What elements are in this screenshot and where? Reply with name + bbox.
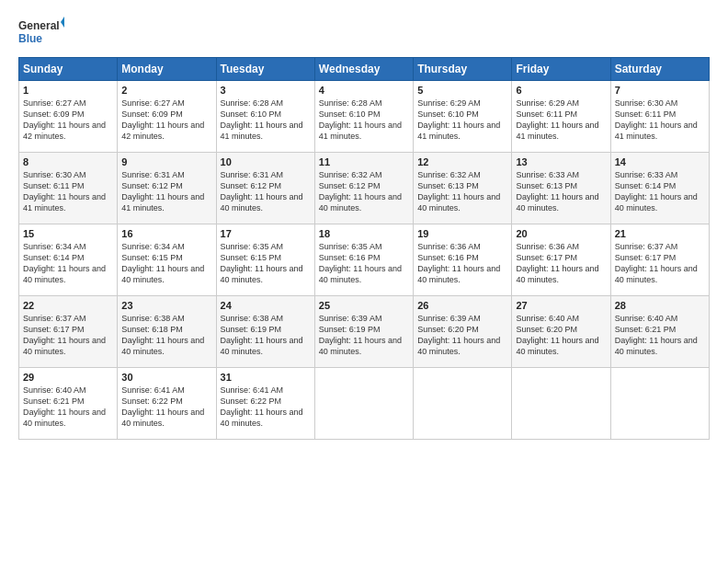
header-row: SundayMondayTuesdayWednesdayThursdayFrid… bbox=[19, 58, 710, 81]
header: General Blue bbox=[18, 15, 710, 48]
day-info: Sunrise: 6:38 AM Sunset: 6:18 PM Dayligh… bbox=[121, 313, 211, 358]
day-info: Sunrise: 6:29 AM Sunset: 6:10 PM Dayligh… bbox=[417, 98, 507, 143]
sunset-label: Sunset: 6:09 PM bbox=[23, 109, 85, 119]
calendar-cell: 23 Sunrise: 6:38 AM Sunset: 6:18 PM Dayl… bbox=[118, 296, 216, 368]
daylight-label: Daylight: 11 hours and 40 minutes. bbox=[221, 336, 303, 356]
calendar-cell: 31 Sunrise: 6:41 AM Sunset: 6:22 PM Dayl… bbox=[216, 368, 314, 440]
sunrise-label: Sunrise: 6:37 AM bbox=[615, 242, 678, 251]
sunset-label: Sunset: 6:10 PM bbox=[221, 109, 282, 119]
day-number: 17 bbox=[221, 228, 311, 239]
daylight-label: Daylight: 11 hours and 40 minutes. bbox=[615, 192, 698, 213]
day-number: 27 bbox=[516, 300, 606, 311]
calendar-cell: 26 Sunrise: 6:39 AM Sunset: 6:20 PM Dayl… bbox=[414, 296, 512, 368]
calendar-cell bbox=[610, 368, 709, 440]
sunrise-label: Sunrise: 6:41 AM bbox=[221, 385, 284, 395]
sunset-label: Sunset: 6:10 PM bbox=[319, 109, 381, 119]
sunrise-label: Sunrise: 6:31 AM bbox=[121, 170, 185, 179]
sunset-label: Sunset: 6:16 PM bbox=[319, 253, 381, 262]
daylight-label: Daylight: 11 hours and 41 minutes. bbox=[615, 121, 698, 141]
sunset-label: Sunset: 6:11 PM bbox=[615, 109, 677, 119]
sunset-label: Sunset: 6:15 PM bbox=[121, 253, 183, 262]
daylight-label: Daylight: 11 hours and 41 minutes. bbox=[221, 121, 303, 141]
sunrise-label: Sunrise: 6:36 AM bbox=[516, 242, 579, 251]
sunset-label: Sunset: 6:21 PM bbox=[23, 396, 85, 406]
day-header-tuesday: Tuesday bbox=[216, 58, 314, 81]
calendar-cell: 2 Sunrise: 6:27 AM Sunset: 6:09 PM Dayli… bbox=[118, 81, 216, 153]
day-info: Sunrise: 6:33 AM Sunset: 6:14 PM Dayligh… bbox=[615, 169, 705, 214]
day-number: 6 bbox=[516, 85, 606, 96]
sunrise-label: Sunrise: 6:38 AM bbox=[221, 314, 284, 323]
day-info: Sunrise: 6:28 AM Sunset: 6:10 PM Dayligh… bbox=[319, 98, 409, 143]
day-info: Sunrise: 6:35 AM Sunset: 6:16 PM Dayligh… bbox=[319, 241, 409, 286]
sunrise-label: Sunrise: 6:40 AM bbox=[615, 314, 678, 323]
sunset-label: Sunset: 6:18 PM bbox=[121, 325, 183, 334]
daylight-label: Daylight: 11 hours and 41 minutes. bbox=[23, 192, 106, 213]
sunset-label: Sunset: 6:13 PM bbox=[417, 181, 479, 190]
calendar-cell: 27 Sunrise: 6:40 AM Sunset: 6:20 PM Dayl… bbox=[512, 296, 610, 368]
sunrise-label: Sunrise: 6:29 AM bbox=[417, 98, 481, 108]
calendar-cell: 1 Sunrise: 6:27 AM Sunset: 6:09 PM Dayli… bbox=[19, 81, 118, 153]
calendar-cell: 10 Sunrise: 6:31 AM Sunset: 6:12 PM Dayl… bbox=[216, 153, 314, 224]
svg-marker-3 bbox=[61, 17, 64, 28]
day-number: 10 bbox=[221, 156, 311, 167]
day-number: 8 bbox=[23, 156, 113, 167]
daylight-label: Daylight: 11 hours and 40 minutes. bbox=[121, 264, 204, 284]
daylight-label: Daylight: 11 hours and 41 minutes. bbox=[516, 121, 598, 141]
daylight-label: Daylight: 11 hours and 41 minutes. bbox=[121, 192, 204, 213]
day-info: Sunrise: 6:41 AM Sunset: 6:22 PM Dayligh… bbox=[221, 385, 311, 430]
day-header-thursday: Thursday bbox=[414, 58, 512, 81]
sunset-label: Sunset: 6:14 PM bbox=[23, 253, 85, 262]
calendar-cell: 21 Sunrise: 6:37 AM Sunset: 6:17 PM Dayl… bbox=[610, 224, 709, 296]
sunrise-label: Sunrise: 6:29 AM bbox=[516, 98, 579, 108]
calendar-cell: 16 Sunrise: 6:34 AM Sunset: 6:15 PM Dayl… bbox=[118, 224, 216, 296]
sunset-label: Sunset: 6:20 PM bbox=[417, 325, 479, 334]
day-info: Sunrise: 6:31 AM Sunset: 6:12 PM Dayligh… bbox=[221, 169, 311, 214]
day-info: Sunrise: 6:30 AM Sunset: 6:11 PM Dayligh… bbox=[23, 169, 113, 214]
calendar-cell: 11 Sunrise: 6:32 AM Sunset: 6:12 PM Dayl… bbox=[314, 153, 413, 224]
sunset-label: Sunset: 6:13 PM bbox=[516, 181, 577, 190]
sunrise-label: Sunrise: 6:28 AM bbox=[319, 98, 382, 108]
day-header-saturday: Saturday bbox=[610, 58, 709, 81]
day-info: Sunrise: 6:27 AM Sunset: 6:09 PM Dayligh… bbox=[121, 98, 211, 143]
daylight-label: Daylight: 11 hours and 40 minutes. bbox=[417, 336, 500, 356]
day-number: 15 bbox=[23, 228, 113, 239]
sunrise-label: Sunrise: 6:36 AM bbox=[417, 242, 481, 251]
calendar-cell: 19 Sunrise: 6:36 AM Sunset: 6:16 PM Dayl… bbox=[414, 224, 512, 296]
day-info: Sunrise: 6:36 AM Sunset: 6:17 PM Dayligh… bbox=[516, 241, 606, 286]
daylight-label: Daylight: 11 hours and 40 minutes. bbox=[319, 192, 402, 213]
sunset-label: Sunset: 6:22 PM bbox=[121, 396, 183, 406]
day-number: 9 bbox=[121, 156, 211, 167]
sunrise-label: Sunrise: 6:27 AM bbox=[23, 98, 86, 108]
sunrise-label: Sunrise: 6:31 AM bbox=[221, 170, 284, 179]
day-number: 28 bbox=[615, 300, 705, 311]
day-number: 19 bbox=[417, 228, 507, 239]
calendar-cell: 15 Sunrise: 6:34 AM Sunset: 6:14 PM Dayl… bbox=[19, 224, 118, 296]
day-number: 20 bbox=[516, 228, 606, 239]
day-number: 11 bbox=[319, 156, 409, 167]
sunset-label: Sunset: 6:09 PM bbox=[121, 109, 183, 119]
logo: General Blue bbox=[18, 15, 64, 48]
daylight-label: Daylight: 11 hours and 40 minutes. bbox=[23, 408, 106, 428]
calendar-cell: 29 Sunrise: 6:40 AM Sunset: 6:21 PM Dayl… bbox=[19, 368, 118, 440]
daylight-label: Daylight: 11 hours and 40 minutes. bbox=[319, 336, 402, 356]
sunrise-label: Sunrise: 6:38 AM bbox=[121, 314, 185, 323]
sunset-label: Sunset: 6:20 PM bbox=[516, 325, 577, 334]
day-info: Sunrise: 6:37 AM Sunset: 6:17 PM Dayligh… bbox=[23, 313, 113, 358]
sunrise-label: Sunrise: 6:37 AM bbox=[23, 314, 86, 323]
day-info: Sunrise: 6:33 AM Sunset: 6:13 PM Dayligh… bbox=[516, 169, 606, 214]
day-number: 26 bbox=[417, 300, 507, 311]
daylight-label: Daylight: 11 hours and 40 minutes. bbox=[221, 264, 303, 284]
week-row-3: 15 Sunrise: 6:34 AM Sunset: 6:14 PM Dayl… bbox=[19, 224, 710, 296]
day-info: Sunrise: 6:39 AM Sunset: 6:19 PM Dayligh… bbox=[319, 313, 409, 358]
svg-text:Blue: Blue bbox=[18, 32, 42, 45]
daylight-label: Daylight: 11 hours and 40 minutes. bbox=[516, 192, 598, 213]
daylight-label: Daylight: 11 hours and 40 minutes. bbox=[121, 336, 204, 356]
daylight-label: Daylight: 11 hours and 40 minutes. bbox=[417, 264, 500, 284]
calendar-cell: 6 Sunrise: 6:29 AM Sunset: 6:11 PM Dayli… bbox=[512, 81, 610, 153]
day-info: Sunrise: 6:40 AM Sunset: 6:20 PM Dayligh… bbox=[516, 313, 606, 358]
day-number: 14 bbox=[615, 156, 705, 167]
day-number: 5 bbox=[417, 85, 507, 96]
sunset-label: Sunset: 6:11 PM bbox=[23, 181, 85, 190]
sunset-label: Sunset: 6:11 PM bbox=[516, 109, 577, 119]
sunset-label: Sunset: 6:19 PM bbox=[319, 325, 381, 334]
